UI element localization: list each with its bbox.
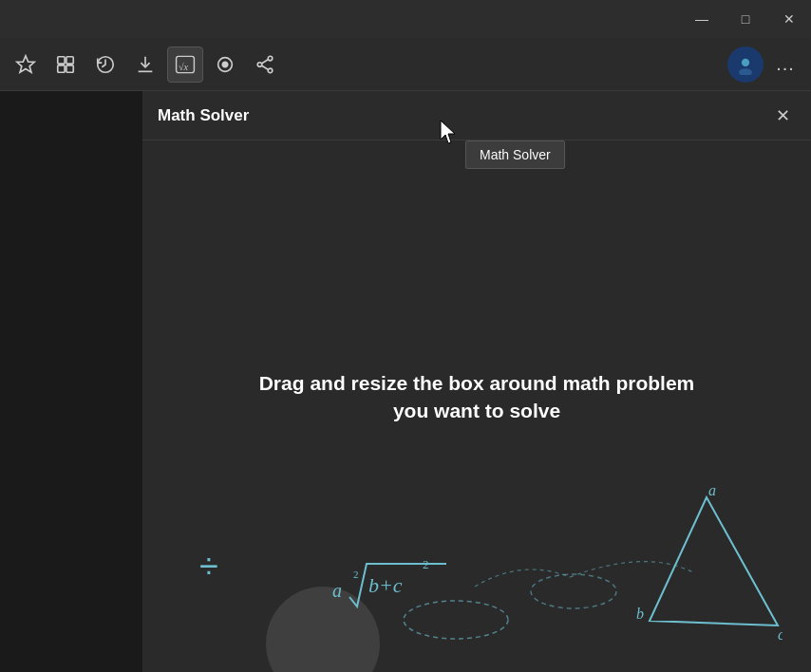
right-panel: Math Solver ✕ Drag and resize the box ar… — [142, 91, 811, 672]
svg-point-13 — [257, 62, 262, 66]
main-area: Math Solver ✕ Drag and resize the box ar… — [0, 91, 811, 672]
favorites-icon[interactable] — [8, 47, 44, 83]
math-solver-toolbar-icon[interactable]: √x — [167, 47, 203, 83]
math-decorations: ÷ a b+c 2 2 — [142, 463, 811, 672]
share-icon[interactable] — [247, 47, 283, 83]
web-capture-icon[interactable] — [207, 47, 243, 83]
panel-content: Drag and resize the box around math prob… — [142, 140, 811, 672]
panel-close-button[interactable]: ✕ — [769, 103, 796, 129]
instructions-text: Drag and resize the box around math prob… — [239, 369, 714, 425]
svg-line-16 — [262, 65, 268, 69]
avatar-icon[interactable] — [727, 47, 764, 83]
dashed-lines — [142, 463, 811, 672]
history-icon[interactable] — [87, 47, 123, 83]
svg-point-14 — [268, 68, 273, 73]
browser-toolbar: √x ... — [0, 38, 811, 91]
svg-line-15 — [262, 59, 268, 63]
panel-header: Math Solver ✕ — [142, 91, 811, 140]
svg-marker-0 — [17, 55, 34, 71]
panel-title: Math Solver — [158, 106, 249, 125]
svg-rect-3 — [58, 65, 65, 71]
collections-icon[interactable] — [47, 47, 84, 83]
svg-point-12 — [268, 56, 273, 61]
maximize-button[interactable]: □ — [724, 0, 767, 38]
close-window-button[interactable]: ✕ — [767, 0, 811, 38]
title-bar-controls: — □ ✕ — [680, 0, 811, 38]
svg-text:√x: √x — [179, 61, 189, 71]
left-sidebar — [0, 91, 142, 672]
minimize-button[interactable]: — — [680, 0, 724, 38]
svg-rect-1 — [58, 56, 65, 63]
more-options-icon[interactable]: ... — [767, 47, 803, 83]
svg-rect-2 — [66, 56, 73, 63]
svg-rect-4 — [66, 65, 73, 71]
svg-point-18 — [742, 58, 749, 65]
svg-point-11 — [222, 62, 228, 67]
title-bar: — □ ✕ — [0, 0, 811, 38]
downloads-icon[interactable] — [127, 47, 163, 83]
